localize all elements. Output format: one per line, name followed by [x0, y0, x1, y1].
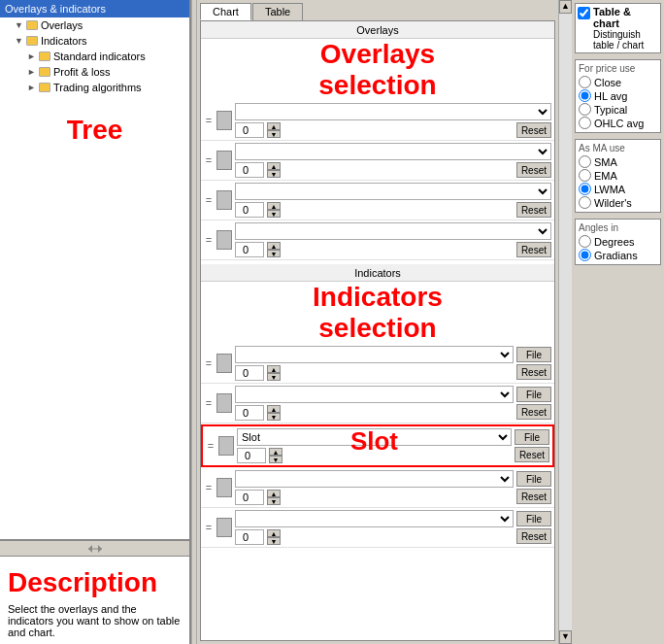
angle-option-degrees[interactable]: Degrees [579, 235, 657, 248]
ind-slot-number-1[interactable] [235, 365, 264, 381]
ind-slot-file-4[interactable]: File [516, 471, 551, 487]
slot-reset-2[interactable]: Reset [516, 162, 551, 178]
distinguish-checkbox[interactable] [578, 7, 590, 19]
slot-select-2[interactable] [235, 143, 551, 160]
price-option-typical[interactable]: Typical [579, 103, 657, 116]
ind-slot-number-2[interactable] [235, 405, 264, 421]
ind-slot-file-3[interactable]: File [515, 429, 549, 445]
ind-slot-equals-3: = [206, 440, 216, 452]
ind-slot-number-4[interactable] [235, 490, 264, 505]
price-radio-hlavg[interactable] [579, 89, 591, 102]
ind-slot-reset-2[interactable]: Reset [516, 404, 551, 420]
ma-radio-sma[interactable] [579, 155, 591, 168]
price-option-close[interactable]: Close [579, 76, 657, 88]
slot-stepper-down-4[interactable]: ▼ [267, 250, 281, 257]
ind-slot-file-1[interactable]: File [516, 347, 551, 362]
slot-colorbox-3[interactable] [216, 190, 232, 210]
ind-slot-equals-1: = [204, 357, 214, 369]
ma-option-sma[interactable]: SMA [579, 155, 657, 168]
price-radio-close[interactable] [579, 76, 591, 88]
ind-slot-number-5[interactable] [235, 529, 264, 545]
sidebar-item-trading[interactable]: ► Trading algorithms [0, 80, 189, 95]
slot-number-4[interactable] [235, 242, 264, 257]
angle-option-gradians[interactable]: Gradians [579, 249, 657, 261]
slot-select-1[interactable] [235, 103, 551, 120]
ma-radio-lwma[interactable] [579, 183, 591, 195]
ind-slot-file-5[interactable]: File [516, 511, 551, 526]
expand-icon-profit: ► [27, 67, 36, 77]
resize-icon [88, 545, 102, 553]
sidebar-item-overlays[interactable]: ▼ Overlays [0, 17, 189, 33]
ind-slot-colorbox-4[interactable] [216, 478, 232, 497]
ma-option-ema[interactable]: EMA [579, 169, 657, 182]
slot-stepper-down-3[interactable]: ▼ [267, 210, 281, 218]
ind-slot-colorbox-5[interactable] [216, 518, 232, 537]
slot-select-3[interactable] [235, 183, 551, 200]
ma-option-lwma[interactable]: LWMA [579, 183, 657, 195]
scrollbar[interactable]: ▲ ▼ [558, 0, 572, 644]
slot-stepper-up-4[interactable]: ▲ [267, 242, 281, 250]
slot-stepper-down-2[interactable]: ▼ [267, 170, 281, 178]
slot-stepper-up-3[interactable]: ▲ [267, 202, 281, 210]
ma-radio-wilders[interactable] [579, 196, 591, 209]
ind-slot-stepper-up-4[interactable]: ▲ [267, 490, 281, 497]
overlay-slot-1: = ▲ ▼ Reset [201, 101, 554, 141]
tab-chart[interactable]: Chart [200, 3, 251, 20]
slot-group-3: ▲ ▼ Reset [235, 183, 551, 218]
slot-select-4[interactable] [235, 222, 551, 240]
price-option-ohlc[interactable]: OHLC avg [579, 117, 657, 129]
slot-reset-4[interactable]: Reset [516, 242, 551, 257]
slot-number-3[interactable] [235, 202, 264, 218]
ind-slot-number-3[interactable] [237, 448, 266, 463]
ind-slot-stepper-up-2[interactable]: ▲ [267, 405, 281, 413]
price-option-hlavg[interactable]: HL avg [579, 89, 657, 102]
price-radio-ohlc[interactable] [579, 117, 591, 129]
ind-slot-stepper-down-5[interactable]: ▼ [267, 537, 281, 545]
scroll-up[interactable]: ▲ [559, 0, 572, 14]
ind-slot-colorbox-3[interactable] [218, 436, 234, 456]
price-radio-typical[interactable] [579, 103, 591, 116]
ind-slot-group-4: ▲ ▼ [235, 470, 514, 505]
ind-slot-select-1[interactable] [235, 346, 514, 363]
ind-slot-select-4[interactable] [235, 470, 514, 488]
ind-slot-reset-3[interactable]: Reset [515, 447, 549, 462]
slot-number-1[interactable] [235, 122, 264, 138]
slot-colorbox-2[interactable] [216, 151, 232, 170]
ind-slot-select-5[interactable] [235, 510, 514, 527]
ind-slot-stepper-down-4[interactable]: ▼ [267, 497, 281, 505]
slot-colorbox-1[interactable] [216, 111, 232, 130]
slot-colorbox-4[interactable] [216, 230, 232, 250]
angle-radio-gradians[interactable] [579, 249, 591, 261]
slot-number-2[interactable] [235, 162, 264, 178]
ind-slot-reset-4[interactable]: Reset [516, 489, 551, 504]
ind-slot-select-3[interactable]: Slot [237, 428, 512, 446]
ind-slot-stepper-down-1[interactable]: ▼ [267, 373, 281, 381]
angle-radio-degrees[interactable] [579, 235, 591, 248]
ind-slot-stepper-down-2[interactable]: ▼ [267, 413, 281, 421]
ind-slot-stepper-up-5[interactable]: ▲ [267, 529, 281, 537]
ind-slot-buttons-5: File Reset [516, 511, 551, 544]
sidebar-item-profit[interactable]: ► Profit & loss [0, 64, 189, 80]
sidebar-item-standard[interactable]: ► Standard indicators [0, 49, 189, 64]
ind-slot-colorbox-2[interactable] [216, 393, 232, 413]
resize-handle[interactable] [0, 540, 189, 556]
sidebar-item-indicators[interactable]: ▼ Indicators [0, 33, 189, 49]
ind-slot-select-2[interactable] [235, 386, 514, 403]
slot-reset-3[interactable]: Reset [516, 202, 551, 218]
svg-marker-2 [98, 545, 102, 553]
slot-stepper-up-1[interactable]: ▲ [267, 122, 281, 130]
scroll-down[interactable]: ▼ [559, 630, 572, 644]
ind-slot-stepper-down-3[interactable]: ▼ [269, 456, 282, 463]
ind-slot-reset-5[interactable]: Reset [516, 528, 551, 544]
ma-option-wilders[interactable]: Wilder's [579, 196, 657, 209]
ind-slot-stepper-up-1[interactable]: ▲ [267, 365, 281, 373]
ind-slot-colorbox-1[interactable] [216, 354, 232, 373]
ind-slot-stepper-up-3[interactable]: ▲ [269, 448, 282, 456]
ma-radio-ema[interactable] [579, 169, 591, 182]
slot-stepper-down-1[interactable]: ▼ [267, 130, 281, 138]
slot-reset-1[interactable]: Reset [516, 122, 551, 138]
tab-table[interactable]: Table [252, 3, 303, 20]
ind-slot-reset-1[interactable]: Reset [516, 364, 551, 380]
ind-slot-file-2[interactable]: File [516, 387, 551, 402]
slot-stepper-up-2[interactable]: ▲ [267, 162, 281, 170]
